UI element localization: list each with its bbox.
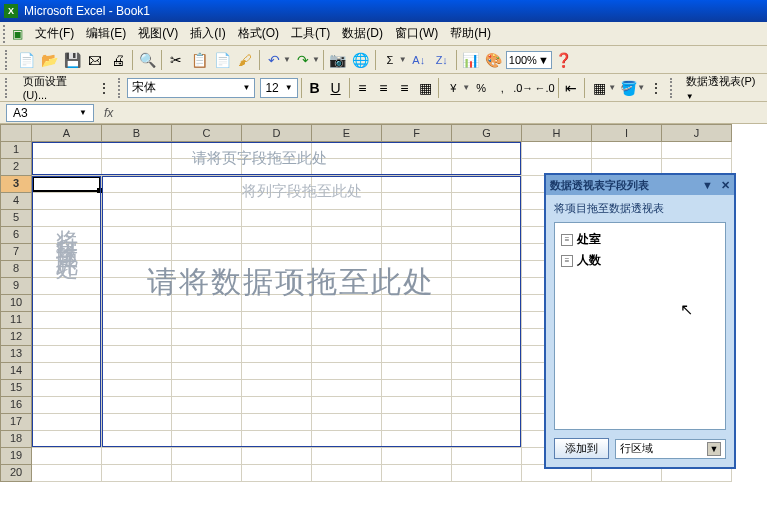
row-header[interactable]: 7 xyxy=(0,244,32,261)
cell[interactable] xyxy=(382,312,452,329)
cell[interactable] xyxy=(242,261,312,278)
cell[interactable] xyxy=(172,227,242,244)
row-header[interactable]: 9 xyxy=(0,278,32,295)
cell[interactable] xyxy=(452,159,522,176)
col-header[interactable]: B xyxy=(102,124,172,142)
cell[interactable] xyxy=(172,346,242,363)
borders-icon[interactable]: ▦ xyxy=(588,77,610,99)
cell[interactable] xyxy=(242,346,312,363)
increase-decimal-icon[interactable]: .0→ xyxy=(513,77,533,99)
cell[interactable] xyxy=(102,312,172,329)
cell[interactable] xyxy=(242,312,312,329)
bold-icon[interactable]: B xyxy=(305,77,325,99)
row-header[interactable]: 19 xyxy=(0,448,32,465)
cell[interactable] xyxy=(172,159,242,176)
cell[interactable] xyxy=(452,431,522,448)
cell[interactable] xyxy=(312,414,382,431)
cell[interactable] xyxy=(312,346,382,363)
cell[interactable] xyxy=(32,193,102,210)
cell[interactable] xyxy=(102,397,172,414)
cell[interactable] xyxy=(382,278,452,295)
cell[interactable] xyxy=(172,431,242,448)
cell[interactable] xyxy=(452,295,522,312)
cell[interactable] xyxy=(102,142,172,159)
menu-insert[interactable]: 插入(I) xyxy=(184,23,231,44)
drawing-icon[interactable]: 🎨 xyxy=(483,49,505,71)
chevron-down-icon[interactable]: ▼ xyxy=(707,442,721,456)
save-icon[interactable]: 💾 xyxy=(61,49,83,71)
field-item[interactable]: ≡处室 xyxy=(561,229,719,250)
cell[interactable] xyxy=(102,244,172,261)
cell[interactable] xyxy=(312,244,382,261)
percent-icon[interactable]: % xyxy=(471,77,491,99)
select-all-corner[interactable] xyxy=(0,124,32,142)
print-preview-icon[interactable]: 🔍 xyxy=(136,49,158,71)
comma-icon[interactable]: , xyxy=(492,77,512,99)
cell[interactable] xyxy=(452,227,522,244)
cell[interactable] xyxy=(172,210,242,227)
cell[interactable] xyxy=(172,380,242,397)
cell[interactable] xyxy=(242,159,312,176)
add-to-button[interactable]: 添加到 xyxy=(554,438,609,459)
align-left-icon[interactable]: ≡ xyxy=(352,77,372,99)
cell[interactable] xyxy=(242,397,312,414)
cell[interactable] xyxy=(522,142,592,159)
cell[interactable] xyxy=(452,329,522,346)
cell[interactable] xyxy=(312,261,382,278)
undo-icon[interactable]: ↶ xyxy=(263,49,285,71)
close-icon[interactable]: ✕ xyxy=(721,179,730,192)
cell[interactable] xyxy=(32,414,102,431)
cell[interactable] xyxy=(172,142,242,159)
page-setup-button[interactable]: 页面设置(U)... xyxy=(15,72,93,103)
decrease-decimal-icon[interactable]: ←.0 xyxy=(534,77,554,99)
cell[interactable] xyxy=(312,397,382,414)
name-box[interactable]: A3▼ xyxy=(6,104,94,122)
menu-view[interactable]: 视图(V) xyxy=(132,23,184,44)
cell[interactable] xyxy=(242,380,312,397)
cell[interactable] xyxy=(242,176,312,193)
cell[interactable] xyxy=(32,431,102,448)
cell[interactable] xyxy=(242,465,312,482)
pivot-toolbar-button[interactable]: 数据透视表(P) ▼ xyxy=(680,72,765,103)
cell[interactable] xyxy=(452,414,522,431)
col-header[interactable]: F xyxy=(382,124,452,142)
cell[interactable] xyxy=(382,363,452,380)
row-header[interactable]: 13 xyxy=(0,346,32,363)
cell[interactable] xyxy=(452,346,522,363)
cell[interactable] xyxy=(382,244,452,261)
row-header[interactable]: 6 xyxy=(0,227,32,244)
row-header[interactable]: 2 xyxy=(0,159,32,176)
cell[interactable] xyxy=(32,363,102,380)
sort-desc-icon[interactable]: Z↓ xyxy=(431,49,453,71)
cell[interactable] xyxy=(382,227,452,244)
cell[interactable] xyxy=(452,244,522,261)
menu-help[interactable]: 帮助(H) xyxy=(444,23,497,44)
cell[interactable] xyxy=(32,380,102,397)
menu-tools[interactable]: 工具(T) xyxy=(285,23,336,44)
col-header[interactable]: D xyxy=(242,124,312,142)
cell[interactable] xyxy=(102,448,172,465)
col-header[interactable]: E xyxy=(312,124,382,142)
field-list-box[interactable]: ≡处室 ≡人数 xyxy=(554,222,726,430)
cell[interactable] xyxy=(102,346,172,363)
menu-data[interactable]: 数据(D) xyxy=(336,23,389,44)
cell[interactable] xyxy=(172,448,242,465)
permission-icon[interactable]: 🖂 xyxy=(84,49,106,71)
cell[interactable] xyxy=(172,176,242,193)
cell[interactable] xyxy=(312,176,382,193)
cell[interactable] xyxy=(32,312,102,329)
cell[interactable] xyxy=(452,176,522,193)
cell[interactable] xyxy=(32,278,102,295)
row-header[interactable]: 5 xyxy=(0,210,32,227)
row-header[interactable]: 10 xyxy=(0,295,32,312)
cell[interactable] xyxy=(242,329,312,346)
cell[interactable] xyxy=(312,210,382,227)
cell[interactable] xyxy=(32,329,102,346)
toolbar-grip[interactable] xyxy=(5,50,11,70)
row-header[interactable]: 15 xyxy=(0,380,32,397)
field-item[interactable]: ≡人数 xyxy=(561,250,719,271)
cell[interactable] xyxy=(312,329,382,346)
cell[interactable] xyxy=(452,465,522,482)
col-header[interactable]: H xyxy=(522,124,592,142)
workbook-icon[interactable]: ▣ xyxy=(12,27,23,41)
